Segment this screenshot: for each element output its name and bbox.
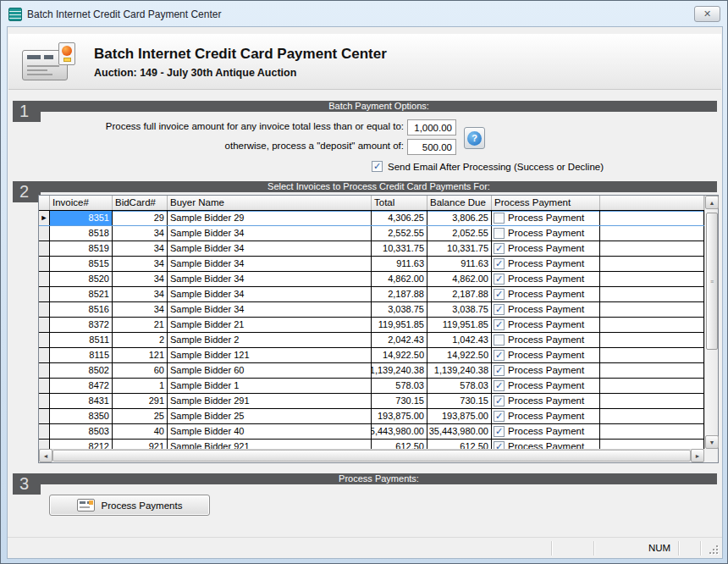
cell-balance-due[interactable]: 3,038.75: [427, 302, 492, 317]
cell-total[interactable]: 119,951.85: [372, 318, 427, 332]
cell-invoice[interactable]: 8351: [50, 211, 113, 225]
cell-balance-due[interactable]: 35,443,980.00: [427, 424, 492, 439]
cell-balance-due[interactable]: 193,875.00: [427, 409, 492, 423]
titlebar[interactable]: Batch Internet Credit Card Payment Cente…: [1, 1, 727, 27]
cell-bidcard[interactable]: 1: [113, 379, 168, 393]
cell-bidcard[interactable]: 34: [113, 226, 168, 241]
cell-balance-due[interactable]: 4,862.00: [427, 272, 492, 286]
cell-invoice[interactable]: 8350: [50, 409, 113, 423]
col-header-invoice[interactable]: Invoice#: [50, 196, 113, 210]
full-amount-input[interactable]: [407, 119, 456, 135]
cell-buyer-name[interactable]: Sample Bidder 121: [168, 348, 372, 362]
scroll-down-icon[interactable]: ▼: [705, 435, 719, 449]
process-payment-checkbox[interactable]: [494, 335, 505, 346]
cell-buyer-name[interactable]: Sample Bidder 34: [168, 257, 372, 271]
cell-bidcard[interactable]: 291: [113, 394, 168, 408]
cell-invoice[interactable]: 8115: [50, 348, 113, 362]
deposit-amount-input[interactable]: [407, 139, 456, 155]
cell-invoice[interactable]: 8516: [50, 302, 113, 317]
cell-total[interactable]: 35,443,980.00: [372, 424, 427, 439]
cell-buyer-name[interactable]: Sample Bidder 291: [168, 394, 372, 408]
table-row[interactable]: 8431291Sample Bidder 291730.15730.15✓Pro…: [39, 394, 704, 409]
cell-buyer-name[interactable]: Sample Bidder 34: [168, 226, 372, 241]
horizontal-scrollbar[interactable]: ◄ ►: [39, 449, 704, 462]
cell-buyer-name[interactable]: Sample Bidder 2: [168, 333, 372, 347]
vertical-scrollbar-thumb[interactable]: ≡: [706, 213, 718, 350]
table-row[interactable]: 84721Sample Bidder 1578.03578.03✓Process…: [39, 379, 704, 394]
process-payment-checkbox[interactable]: ✓: [494, 380, 505, 391]
cell-total[interactable]: 3,038.75: [372, 302, 427, 317]
cell-invoice[interactable]: 8518: [50, 226, 113, 241]
cell-total[interactable]: 2,552.55: [372, 226, 427, 241]
cell-process-payment[interactable]: ✓Process Payment: [492, 348, 600, 362]
cell-buyer-name[interactable]: Sample Bidder 34: [168, 272, 372, 286]
col-header-bidcard[interactable]: BidCard#: [113, 196, 168, 210]
process-payment-checkbox[interactable]: ✓: [494, 274, 505, 285]
cell-total[interactable]: 2,187.88: [372, 287, 427, 301]
table-row[interactable]: 835025Sample Bidder 25193,875.00193,875.…: [39, 409, 704, 424]
col-header-total[interactable]: Total: [372, 196, 427, 210]
cell-bidcard[interactable]: 21: [113, 318, 168, 332]
cell-process-payment[interactable]: ✓Process Payment: [492, 272, 600, 286]
cell-process-payment[interactable]: Process Payment: [492, 333, 600, 347]
cell-total[interactable]: 1,139,240.38: [372, 363, 427, 378]
col-header-process-payment[interactable]: Process Payment: [492, 196, 600, 210]
cell-buyer-name[interactable]: Sample Bidder 921: [168, 440, 372, 449]
process-payment-checkbox[interactable]: ✓: [494, 441, 505, 449]
cell-bidcard[interactable]: 121: [113, 348, 168, 362]
cell-buyer-name[interactable]: Sample Bidder 34: [168, 302, 372, 317]
help-button[interactable]: ?: [464, 127, 485, 149]
cell-bidcard[interactable]: 921: [113, 440, 168, 449]
cell-balance-due[interactable]: 14,922.50: [427, 348, 492, 362]
cell-balance-due[interactable]: 911.63: [427, 257, 492, 271]
cell-buyer-name[interactable]: Sample Bidder 25: [168, 409, 372, 423]
cell-process-payment[interactable]: ✓Process Payment: [492, 409, 600, 423]
table-row[interactable]: ►835129Sample Bidder 294,306.253,806.25P…: [39, 211, 704, 226]
cell-process-payment[interactable]: ✓Process Payment: [492, 440, 600, 449]
cell-invoice[interactable]: 8515: [50, 257, 113, 271]
table-row[interactable]: 85112Sample Bidder 22,042.431,042.43Proc…: [39, 333, 704, 348]
resize-grip[interactable]: [709, 545, 720, 556]
process-payment-checkbox[interactable]: ✓: [494, 319, 505, 330]
cell-process-payment[interactable]: ✓Process Payment: [492, 302, 600, 317]
process-payment-checkbox[interactable]: [494, 213, 505, 224]
cell-invoice[interactable]: 8519: [50, 241, 113, 256]
process-payment-checkbox[interactable]: ✓: [494, 395, 505, 406]
table-row[interactable]: 8115121Sample Bidder 12114,922.5014,922.…: [39, 348, 704, 363]
cell-balance-due[interactable]: 2,187.88: [427, 287, 492, 301]
cell-total[interactable]: 10,331.75: [372, 241, 427, 256]
cell-invoice[interactable]: 8212: [50, 440, 113, 449]
horizontal-scrollbar-thumb[interactable]: [52, 450, 691, 462]
cell-buyer-name[interactable]: Sample Bidder 60: [168, 363, 372, 378]
process-payment-checkbox[interactable]: ✓: [494, 411, 505, 422]
cell-buyer-name[interactable]: Sample Bidder 21: [168, 318, 372, 332]
cell-total[interactable]: 2,042.43: [372, 333, 427, 347]
cell-balance-due[interactable]: 578.03: [427, 379, 492, 393]
table-row[interactable]: 851834Sample Bidder 342,552.552,052.55Pr…: [39, 226, 704, 241]
close-button[interactable]: ✕: [694, 6, 720, 22]
process-payment-checkbox[interactable]: [494, 228, 505, 239]
table-row[interactable]: 850260Sample Bidder 601,139,240.381,139,…: [39, 363, 704, 379]
cell-invoice[interactable]: 8372: [50, 318, 113, 332]
cell-buyer-name[interactable]: Sample Bidder 1: [168, 379, 372, 393]
vertical-scrollbar[interactable]: ▲ ≡ ▼: [704, 196, 718, 449]
cell-process-payment[interactable]: ✓Process Payment: [492, 424, 600, 439]
table-row[interactable]: 851534Sample Bidder 34911.63911.63✓Proce…: [39, 257, 704, 272]
cell-total[interactable]: 4,862.00: [372, 272, 427, 286]
cell-buyer-name[interactable]: Sample Bidder 34: [168, 287, 372, 301]
cell-bidcard[interactable]: 34: [113, 302, 168, 317]
process-payment-checkbox[interactable]: ✓: [494, 258, 505, 269]
cell-total[interactable]: 612.50: [372, 440, 427, 449]
table-row[interactable]: 850340Sample Bidder 4035,443,980.0035,44…: [39, 424, 704, 440]
cell-bidcard[interactable]: 25: [113, 409, 168, 423]
cell-process-payment[interactable]: ✓Process Payment: [492, 394, 600, 408]
cell-invoice[interactable]: 8502: [50, 363, 113, 378]
cell-balance-due[interactable]: 119,951.85: [427, 318, 492, 332]
cell-balance-due[interactable]: 730.15: [427, 394, 492, 408]
table-row[interactable]: 851634Sample Bidder 343,038.753,038.75✓P…: [39, 302, 704, 318]
table-row[interactable]: 852034Sample Bidder 344,862.004,862.00✓P…: [39, 272, 704, 287]
cell-balance-due[interactable]: 1,139,240.38: [427, 363, 492, 378]
cell-invoice[interactable]: 8472: [50, 379, 113, 393]
scroll-right-icon[interactable]: ►: [691, 449, 704, 462]
cell-total[interactable]: 4,306.25: [372, 211, 427, 225]
